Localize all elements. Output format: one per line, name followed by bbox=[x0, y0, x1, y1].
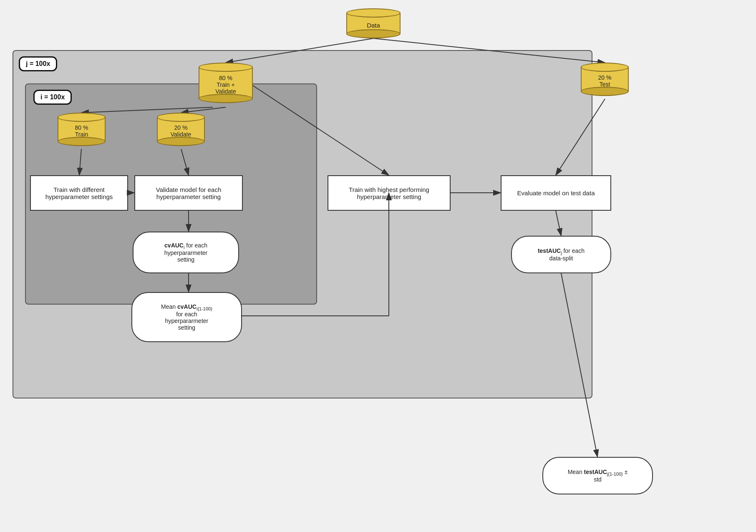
mean-cvauc-ellipse: Mean cvAUCi{1-100}for eachhyperpararmete… bbox=[131, 292, 242, 342]
outer-loop-label: j = 100x bbox=[19, 56, 57, 71]
inner-loop-label: i = 100x bbox=[33, 90, 72, 105]
cvauc-i-ellipse: cvAUCi for eachhyperpararmetersetting bbox=[133, 232, 239, 273]
train-validate-cylinder: 80 %Train +Validate bbox=[199, 63, 253, 103]
train-80-cylinder: 80 %Train bbox=[58, 113, 106, 146]
testauc-j-ellipse: testAUCj for eachdata-split bbox=[511, 236, 611, 273]
validate-20-cylinder: 20 %Validate bbox=[157, 113, 205, 146]
validate-model-box: Validate model for eachhyperparameter se… bbox=[134, 175, 243, 211]
train-highest-box: Train with highest performinghyperparame… bbox=[328, 175, 451, 211]
test-20-cylinder: 20 %Test bbox=[581, 63, 629, 96]
mean-testauc-ellipse: Mean testAUCj{1-100} ±std bbox=[542, 457, 653, 494]
data-cylinder: Data bbox=[346, 8, 401, 38]
evaluate-test-box: Evaluate model on test data bbox=[501, 175, 611, 211]
train-hyper-box: Train with differenthyperparameter setti… bbox=[30, 175, 128, 211]
